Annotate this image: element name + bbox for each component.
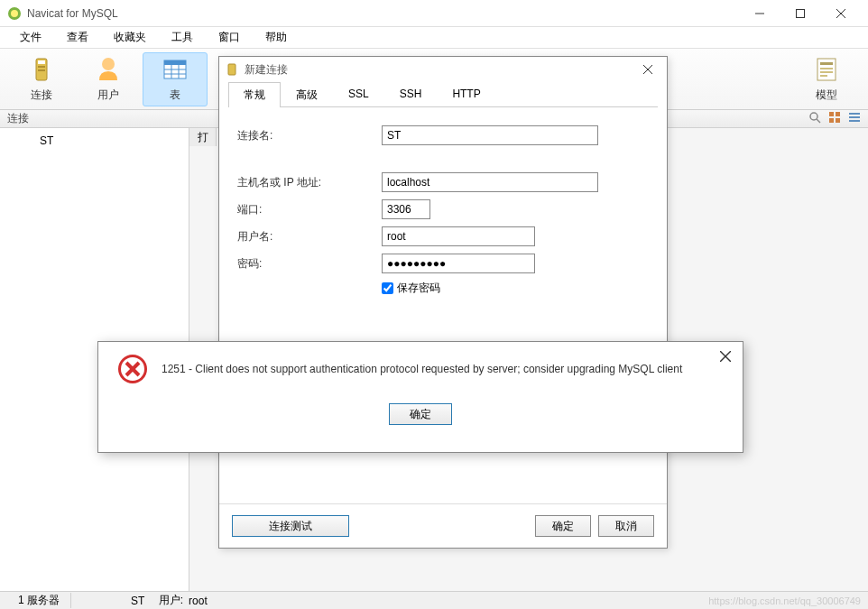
svg-rect-26: [829, 118, 834, 123]
toolbar-label: 连接: [31, 88, 52, 103]
window-title: Navicat for MySQL: [27, 7, 739, 20]
window-titlebar: Navicat for MySQL: [0, 0, 868, 27]
database-icon: [22, 134, 34, 147]
dialog-titlebar[interactable]: 新建连接: [219, 57, 667, 82]
toolbar-label: 表: [170, 88, 180, 103]
maximize-button[interactable]: [780, 1, 820, 26]
toolbar-label: 模型: [816, 88, 837, 103]
port-input[interactable]: [382, 199, 430, 219]
content-tab-strip[interactable]: 打: [189, 128, 217, 146]
toolbar-model[interactable]: 模型: [794, 52, 859, 106]
error-message: 1251 - Client does not support authentic…: [162, 363, 682, 375]
tree-item-st[interactable]: ST: [4, 132, 185, 150]
tree-item-label: ST: [40, 134, 53, 147]
menu-window[interactable]: 窗口: [206, 27, 253, 48]
svg-rect-18: [820, 62, 833, 65]
connection-name-label: 连接名:: [237, 128, 382, 143]
tab-advanced[interactable]: 高级: [281, 82, 333, 107]
toolbar-table[interactable]: 表: [143, 52, 208, 106]
tab-general[interactable]: 常规: [228, 82, 281, 107]
svg-rect-24: [829, 112, 834, 116]
svg-rect-21: [820, 75, 827, 77]
watermark: https://blog.csdn.net/qq_30006749: [708, 595, 861, 606]
host-input[interactable]: [382, 172, 598, 192]
grid-icon[interactable]: [828, 111, 841, 126]
svg-rect-19: [820, 68, 833, 69]
model-icon: [812, 55, 841, 84]
save-password-label: 保存密码: [397, 281, 440, 296]
svg-rect-29: [849, 116, 860, 118]
error-icon: [116, 353, 149, 385]
username-input[interactable]: [382, 226, 535, 246]
password-label: 密码:: [237, 256, 382, 272]
app-icon: [7, 6, 22, 21]
svg-rect-3: [796, 9, 804, 17]
panel-title: 连接: [7, 111, 29, 126]
menu-tools[interactable]: 工具: [159, 27, 206, 48]
menu-favorites[interactable]: 收藏夹: [101, 27, 159, 48]
toolbar-user[interactable]: 用户: [76, 52, 141, 106]
list-icon[interactable]: [848, 111, 861, 126]
error-ok-button[interactable]: 确定: [389, 403, 452, 425]
svg-rect-12: [164, 60, 186, 65]
password-input[interactable]: [382, 254, 535, 273]
svg-point-10: [102, 58, 115, 70]
error-close-button[interactable]: [712, 346, 739, 367]
svg-rect-28: [849, 113, 860, 115]
svg-rect-20: [820, 71, 833, 73]
table-icon: [161, 55, 189, 84]
test-connection-button[interactable]: 连接测试: [232, 515, 349, 537]
close-button[interactable]: [820, 1, 861, 26]
svg-rect-8: [38, 66, 45, 68]
tab-ssh[interactable]: SSH: [384, 82, 438, 107]
search-icon[interactable]: [808, 111, 821, 126]
save-password-checkbox[interactable]: [382, 282, 393, 294]
host-label: 主机名或 IP 地址:: [237, 175, 382, 190]
svg-point-22: [810, 113, 817, 120]
connection-icon: [27, 55, 56, 84]
dialog-title: 新建连接: [245, 62, 634, 78]
status-db: ST: [131, 595, 144, 607]
svg-rect-30: [849, 120, 860, 122]
menu-view[interactable]: 查看: [54, 27, 101, 48]
port-label: 端口:: [237, 202, 382, 217]
svg-point-1: [11, 10, 18, 17]
svg-rect-31: [228, 64, 235, 75]
svg-rect-27: [836, 118, 840, 123]
toolbar-connection[interactable]: 连接: [9, 52, 74, 106]
svg-rect-25: [836, 112, 840, 116]
ok-button[interactable]: 确定: [535, 515, 591, 537]
cancel-button[interactable]: 取消: [598, 515, 654, 537]
connection-icon: [225, 62, 239, 77]
tab-http[interactable]: HTTP: [437, 82, 495, 107]
status-servers: 1 服务器: [7, 593, 71, 608]
menubar: 文件 查看 收藏夹 工具 窗口 帮助: [0, 27, 868, 49]
connections-panel-header: 连接: [0, 110, 189, 128]
dialog-close-button[interactable]: [634, 59, 661, 80]
toolbar-label: 用户: [97, 88, 119, 103]
status-user-value: root: [189, 595, 208, 607]
connection-form: 连接名: 主机名或 IP 地址: 端口: 用户名: 密码: 保存密码: [219, 107, 667, 305]
error-dialog: 1251 - Client does not support authentic…: [97, 341, 743, 453]
svg-line-23: [817, 119, 820, 123]
username-label: 用户名:: [237, 229, 382, 245]
new-connection-dialog: 新建连接 常规 高级 SSL SSH HTTP 连接名: 主机名或 IP 地址:…: [218, 56, 668, 549]
menu-file[interactable]: 文件: [7, 27, 54, 48]
minimize-button[interactable]: [739, 1, 780, 26]
dialog-tabs: 常规 高级 SSL SSH HTTP: [228, 82, 658, 107]
svg-rect-9: [38, 69, 45, 71]
status-user-label: 用户:: [159, 593, 183, 608]
menu-help[interactable]: 帮助: [253, 27, 300, 48]
tab-ssl[interactable]: SSL: [333, 82, 384, 107]
statusbar: 1 服务器 ST 用户: root https://blog.csdn.net/…: [0, 591, 868, 609]
user-icon: [94, 55, 123, 84]
svg-rect-7: [38, 60, 45, 64]
connection-name-input[interactable]: [382, 125, 598, 145]
